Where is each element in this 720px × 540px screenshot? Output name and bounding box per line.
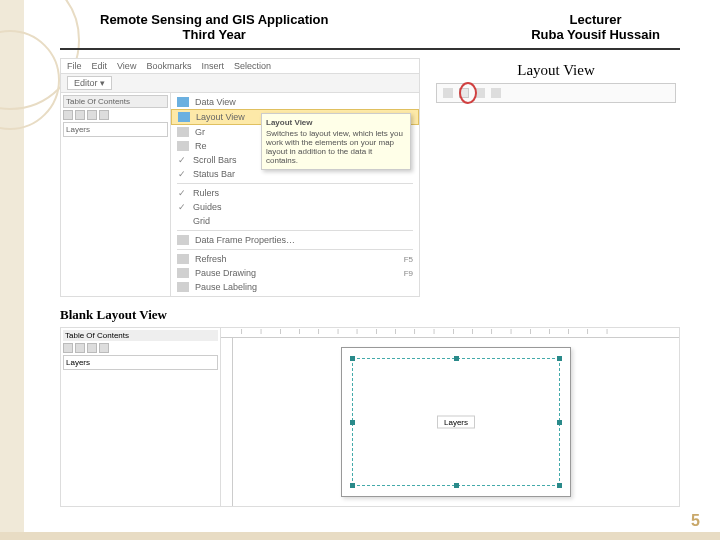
check-icon: ✓ — [177, 169, 187, 179]
menu-refresh[interactable]: Refresh F5 — [171, 252, 419, 266]
toc-source-icon[interactable] — [75, 110, 85, 120]
tooltip-body: Switches to layout view, which lets you … — [266, 129, 406, 165]
section-title: Blank Layout View — [60, 307, 680, 323]
properties-icon — [177, 235, 189, 245]
view-toggle-strip — [436, 83, 676, 103]
table-of-contents: Table Of Contents Layers — [61, 93, 171, 296]
pause-label-icon — [177, 282, 189, 292]
resize-handle[interactable] — [350, 420, 355, 425]
menu-label: Guides — [193, 202, 222, 212]
pause-icon — [177, 268, 189, 278]
menu-separator — [177, 230, 413, 231]
data-frame[interactable]: Layers — [352, 358, 560, 486]
menu-label: Data View — [195, 97, 236, 107]
reports-icon — [177, 141, 189, 151]
check-icon: ✓ — [177, 202, 187, 212]
menu-label: Re — [195, 141, 207, 151]
layout-view-icon — [178, 112, 190, 122]
menu-df-properties[interactable]: Data Frame Properties… — [171, 233, 419, 247]
check-icon: ✓ — [177, 188, 187, 198]
menu-data-view[interactable]: Data View — [171, 95, 419, 109]
lecturer-name: Ruba Yousif Hussain — [531, 27, 660, 42]
menu-label: Grid — [193, 216, 210, 226]
menu-label: Scroll Bars — [193, 155, 237, 165]
vertical-ruler — [221, 338, 233, 506]
resize-handle[interactable] — [454, 483, 459, 488]
menu-selection[interactable]: Selection — [234, 61, 271, 71]
blank-layout-screenshot: Table Of Contents Layers | | | | | | | |… — [60, 327, 680, 507]
resize-handle[interactable] — [557, 483, 562, 488]
layout-view-callout: Layout View — [432, 58, 680, 297]
graphs-icon — [177, 127, 189, 137]
menu-label: Pause Drawing — [195, 268, 256, 278]
menu-edit[interactable]: Edit — [92, 61, 108, 71]
toc-icon-row — [63, 108, 168, 122]
header-divider — [60, 48, 680, 50]
layout-view-label: Layout View — [436, 62, 676, 79]
toc-visibility-icon[interactable] — [87, 110, 97, 120]
menu-label: Data Frame Properties… — [195, 235, 295, 245]
refresh-icon — [177, 254, 189, 264]
view-dropdown-menu: Data View Layout View Gr Re — [171, 93, 419, 296]
data-view-icon — [177, 97, 189, 107]
menubar: File Edit View Bookmarks Insert Selectio… — [61, 59, 419, 74]
layers-node[interactable]: Layers — [63, 355, 218, 370]
resize-handle[interactable] — [350, 356, 355, 361]
menu-rulers[interactable]: ✓ Rulers — [171, 186, 419, 200]
red-highlight-circle — [459, 82, 477, 104]
course-title: Remote Sensing and GIS Application — [100, 12, 329, 27]
menu-separator — [177, 183, 413, 184]
menu-label: Rulers — [193, 188, 219, 198]
arcmap-screenshot: File Edit View Bookmarks Insert Selectio… — [60, 58, 420, 297]
menu-bookmarks[interactable]: Bookmarks — [146, 61, 191, 71]
slide-header: Remote Sensing and GIS Application Third… — [0, 0, 720, 48]
check-icon: ✓ — [177, 155, 187, 165]
menu-label: Status Bar — [193, 169, 235, 179]
layout-view-tooltip: Layout View Switches to layout view, whi… — [261, 113, 411, 170]
bottom-accent — [0, 532, 720, 540]
menu-grid[interactable]: Grid — [171, 214, 419, 228]
course-year: Third Year — [100, 27, 329, 42]
shortcut-label: F9 — [404, 269, 413, 278]
editor-button[interactable]: Editor ▾ — [67, 76, 112, 90]
resize-handle[interactable] — [557, 356, 562, 361]
layout-page[interactable]: Layers — [341, 347, 571, 497]
toc-title: Table Of Contents — [63, 95, 168, 108]
menu-label: Gr — [195, 127, 205, 137]
frame-label: Layers — [437, 416, 475, 429]
toc-icon[interactable] — [75, 343, 85, 353]
toc-icon[interactable] — [99, 343, 109, 353]
lecturer-label: Lecturer — [531, 12, 660, 27]
menu-guides[interactable]: ✓ Guides — [171, 200, 419, 214]
page-number: 5 — [691, 512, 700, 530]
toc-view-icon[interactable] — [63, 110, 73, 120]
data-view-toggle-icon[interactable] — [443, 88, 453, 98]
menu-label: Refresh — [195, 254, 227, 264]
menu-separator — [177, 249, 413, 250]
menu-label: Layout View — [196, 112, 245, 122]
resize-handle[interactable] — [557, 420, 562, 425]
toc-icon[interactable] — [63, 343, 73, 353]
shortcut-label: F5 — [404, 255, 413, 264]
menu-file[interactable]: File — [67, 61, 82, 71]
pause-toggle-icon[interactable] — [491, 88, 501, 98]
layers-node[interactable]: Layers — [63, 122, 168, 137]
toc-icon[interactable] — [87, 343, 97, 353]
menu-label: Pause Labeling — [195, 282, 257, 292]
toc-title: Table Of Contents — [63, 330, 218, 341]
resize-handle[interactable] — [350, 483, 355, 488]
horizontal-ruler: | | | | | | | | | | | | | | | | | | | | — [221, 328, 679, 338]
toc-panel: Table Of Contents Layers — [61, 328, 221, 506]
menu-insert[interactable]: Insert — [201, 61, 224, 71]
toc-icon-row — [63, 341, 218, 355]
menu-view[interactable]: View — [117, 61, 136, 71]
toolbar: Editor ▾ — [61, 74, 419, 93]
resize-handle[interactable] — [454, 356, 459, 361]
menu-pause-labeling[interactable]: Pause Labeling — [171, 280, 419, 294]
toc-selection-icon[interactable] — [99, 110, 109, 120]
tooltip-title: Layout View — [266, 118, 406, 127]
layout-canvas[interactable]: Layers — [233, 338, 679, 506]
menu-pause-drawing[interactable]: Pause Drawing F9 — [171, 266, 419, 280]
